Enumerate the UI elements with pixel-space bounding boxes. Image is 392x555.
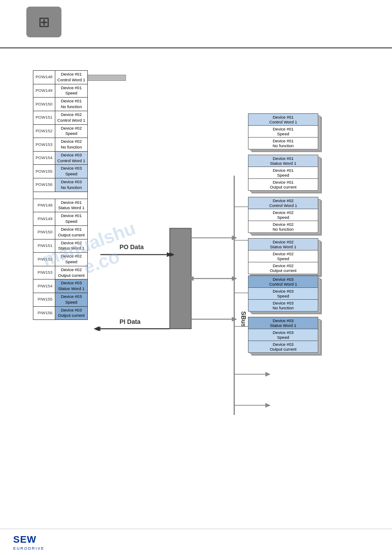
table-row: PIW155 Device #03Speed <box>33 293 88 307</box>
row-label: POW153 <box>33 138 55 152</box>
row-content: Device #01No function <box>55 98 88 111</box>
device-03-pi-box: Device #03Status Word 1 Device #03Speed … <box>248 317 318 353</box>
row-label: PIW148 <box>33 199 55 212</box>
row-content: Device #01Status Word 1 <box>55 199 88 212</box>
row-content: Device #01Speed <box>55 84 88 98</box>
svg-marker-8 <box>94 326 99 331</box>
row-label: POW152 <box>33 124 55 138</box>
device-03-pi-table: Device #03Status Word 1 Device #03Speed … <box>248 317 318 353</box>
svg-marker-6 <box>167 252 172 257</box>
row-content: Device #01Control Word 1 <box>55 71 88 84</box>
table-row: POW156 Device #03No function <box>33 178 88 192</box>
device-03-po-box: Device #03Control Word 1 Device #03Speed… <box>248 276 318 312</box>
row-content: Device #03Status Word 1 <box>55 279 88 293</box>
table-row: PIW156 Device #03Output current <box>33 306 88 320</box>
row-label: POW151 <box>33 111 55 124</box>
sew-logo-text: SEW <box>13 534 45 545</box>
table-row: PIW148 Device #01Status Word 1 <box>33 199 88 212</box>
device-02-pi-box: Device #02Status Word 1 Device #02Speed … <box>248 238 318 274</box>
svg-marker-14 <box>232 276 237 281</box>
row-content: Device #02Speed <box>55 253 88 266</box>
row-content: Device #03Speed <box>55 293 88 307</box>
row-label: PIW151 <box>33 239 55 253</box>
row-content: Device #01Speed <box>55 212 88 226</box>
table-row: PIW149 Device #01Speed <box>33 212 88 226</box>
row-label: PIW155 <box>33 293 55 307</box>
row-content: Device #02Control Word 1 <box>55 111 88 124</box>
row-content: Device #01Output current <box>55 225 88 239</box>
table-row: POW150 Device #01No function <box>33 98 88 111</box>
sew-brand: SEW EURODRIVE <box>13 534 45 551</box>
svg-text:SBus: SBus <box>240 311 247 327</box>
table-row: POW149 Device #01Speed <box>33 84 88 98</box>
svg-marker-2 <box>170 252 175 257</box>
device-02-container: Device #02Control Word 1 Device #02Speed… <box>248 197 318 274</box>
row-label: PIW153 <box>33 266 55 279</box>
table-row: PIW154 Device #03Status Word 1 <box>33 279 88 293</box>
svg-marker-29 <box>265 403 270 408</box>
row-content: Device #02No function <box>55 138 88 152</box>
gap-row <box>33 192 88 199</box>
row-content: Device #02Status Word 1 <box>55 239 88 253</box>
row-label: PIW154 <box>33 279 55 293</box>
app-icon: ⊞ <box>26 7 61 37</box>
row-label: POW148 <box>33 71 55 84</box>
row-label: PIW156 <box>33 306 55 320</box>
row-label: PIW152 <box>33 253 55 266</box>
row-label: PIW150 <box>33 225 55 239</box>
device-02-po-box: Device #02Control Word 1 Device #02Speed… <box>248 197 318 233</box>
device-01-pi-box: Device #01Status Word 1 Device #01Speed … <box>248 155 318 191</box>
table-row: POW148 Device #01Control Word 1 <box>33 71 88 84</box>
row-label: POW156 <box>33 178 55 192</box>
row-content: Device #02Speed <box>55 124 88 138</box>
calculator-icon: ⊞ <box>38 14 50 30</box>
table-row: PIW153 Device #02Output current <box>33 266 88 279</box>
svg-marker-12 <box>232 236 237 240</box>
row-content: Device #03Control Word 1 <box>55 151 88 165</box>
row-content: Device #03No function <box>55 178 88 192</box>
device-02-pi-table: Device #02Status Word 1 Device #02Speed … <box>248 238 318 274</box>
table-row: PIW152 Device #02Speed <box>33 253 88 266</box>
device-03-container: Device #03Control Word 1 Device #03Speed… <box>248 276 318 353</box>
device-01-pi-table: Device #01Status Word 1 Device #01Speed … <box>248 155 318 191</box>
svg-marker-27 <box>265 372 270 377</box>
device-03-po-table: Device #03Control Word 1 Device #03Speed… <box>248 276 318 312</box>
header: ⊞ <box>0 0 392 48</box>
table-row: PIW150 Device #01Output current <box>33 225 88 239</box>
row-label: POW154 <box>33 151 55 165</box>
left-table: POW148 Device #01Control Word 1 POW149 D… <box>33 70 88 320</box>
footer: SEW EURODRIVE <box>0 529 392 555</box>
svg-marker-15 <box>188 276 194 281</box>
table-row: POW153 Device #02No function <box>33 138 88 152</box>
row-content: Device #03Output current <box>55 306 88 320</box>
table-row: POW152 Device #02Speed <box>33 124 88 138</box>
device-01-po-table: Device #01Control Word 1 Device #01Speed… <box>248 113 318 149</box>
device-01-container: Device #01Control Word 1 Device #01Speed… <box>248 113 318 191</box>
diagram: POW148 Device #01Control Word 1 POW149 D… <box>0 57 392 529</box>
svg-text:PI Data: PI Data <box>119 318 140 325</box>
row-label: POW155 <box>33 165 55 178</box>
table-row: POW154 Device #03Control Word 1 <box>33 151 88 165</box>
row-label: POW150 <box>33 98 55 111</box>
table-row: POW155 Device #03Speed <box>33 165 88 178</box>
row-label: PIW149 <box>33 212 55 226</box>
device-01-po-box: Device #01Control Word 1 Device #01Speed… <box>248 113 318 149</box>
svg-text:PO Data: PO Data <box>119 243 144 250</box>
table-row: POW151 Device #02Control Word 1 <box>33 111 88 124</box>
row-content: Device #02Output current <box>55 266 88 279</box>
table-row: PIW151 Device #02Status Word 1 <box>33 239 88 253</box>
sew-subtitle: EURODRIVE <box>13 546 45 551</box>
row-label: POW149 <box>33 84 55 98</box>
svg-marker-4 <box>96 326 101 331</box>
row-content: Device #03Speed <box>55 165 88 178</box>
svg-marker-17 <box>232 317 237 322</box>
left-block-container: POW148 Device #01Control Word 1 POW149 D… <box>33 70 88 320</box>
device-02-po-table: Device #02Control Word 1 Device #02Speed… <box>248 197 318 233</box>
svg-rect-0 <box>170 228 191 329</box>
